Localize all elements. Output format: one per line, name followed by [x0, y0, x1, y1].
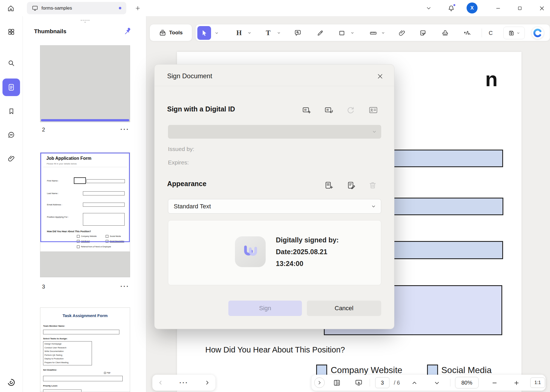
next-page-button[interactable] — [432, 378, 442, 388]
thumbnail-page-4[interactable]: Task Assignment Form Team Member Name: S… — [40, 307, 130, 392]
zoom-in-button[interactable] — [512, 378, 521, 388]
sidebar-item-apps[interactable] — [6, 26, 17, 37]
text-tool[interactable]: T — [262, 27, 274, 39]
document-question: How Did You Hear About This Position? — [205, 345, 345, 354]
thumbnail-page-2[interactable] — [40, 45, 130, 122]
zoom-out-button[interactable] — [490, 378, 500, 388]
mini-field-label: Position Applying For : — [47, 216, 69, 218]
edit-appearance-button[interactable] — [346, 180, 357, 191]
notification-dot — [453, 4, 455, 6]
text-tool-dropdown[interactable] — [276, 29, 282, 37]
select-tool-dropdown[interactable] — [213, 29, 220, 37]
svg-text:ID: ID — [327, 108, 329, 111]
comment-tool[interactable] — [292, 27, 304, 39]
sign-button[interactable]: Sign — [228, 301, 302, 316]
heading-tool-dropdown[interactable] — [246, 29, 253, 37]
create-appearance-button[interactable] — [323, 180, 334, 191]
mini-option: Referral from a Friend or Employee — [81, 246, 111, 248]
brand-logo-icon — [7, 378, 15, 387]
ai-logo-icon — [532, 28, 543, 38]
sidebar-item-comments[interactable] — [6, 129, 17, 140]
sticker-icon — [419, 29, 427, 37]
actual-size-button[interactable]: 1:1 — [530, 377, 545, 388]
signature-tool[interactable] — [461, 27, 473, 39]
ruler-icon — [369, 29, 377, 37]
document-checkbox[interactable] — [316, 365, 327, 376]
zoom-level-input[interactable]: 80% — [455, 377, 479, 388]
partial-tool-label[interactable]: C — [487, 28, 495, 38]
trash-icon — [368, 181, 377, 190]
delete-appearance-button[interactable] — [367, 180, 378, 191]
new-tab-button[interactable] — [133, 4, 142, 13]
sidebar-item-bookmarks[interactable] — [6, 106, 17, 117]
mini-field-box — [43, 376, 123, 381]
cancel-button[interactable]: Cancel — [307, 301, 381, 316]
close-window-button[interactable] — [537, 4, 547, 13]
thumbnail-page-2-menu[interactable]: ··· — [119, 125, 130, 133]
sidebar-item-thumbnails[interactable] — [2, 79, 20, 96]
minimize-button[interactable] — [493, 4, 503, 13]
svg-text:ID: ID — [304, 108, 307, 111]
shape-tool[interactable] — [336, 27, 348, 39]
chevron-right-icon — [204, 380, 210, 385]
back-button[interactable] — [156, 378, 165, 388]
presentation-mode-button[interactable] — [354, 378, 364, 388]
ai-assistant-button[interactable] — [532, 27, 544, 39]
sidebar-item-search[interactable] — [6, 58, 17, 69]
document-checkbox[interactable] — [427, 365, 438, 376]
refresh-ids-button[interactable] — [345, 105, 356, 116]
measure-tool[interactable] — [367, 27, 379, 39]
chevron-down-icon — [350, 31, 354, 35]
add-digital-id-button[interactable]: ID — [301, 105, 312, 116]
expand-panel-button[interactable] — [314, 377, 325, 388]
titlebar: forms-samples X — [0, 0, 550, 16]
import-digital-id-button[interactable]: ID — [323, 105, 334, 116]
thumbnail-page-3-menu[interactable]: ··· — [119, 282, 130, 290]
sidebar-brand-button[interactable] — [6, 377, 17, 388]
mini-form-title: Job Application Form — [46, 156, 91, 161]
attachment-tool[interactable] — [396, 27, 408, 39]
more-actions-button[interactable]: ··· — [178, 378, 190, 388]
pen-tool[interactable] — [314, 27, 326, 39]
comment-icon — [7, 131, 15, 139]
stamp-tool[interactable] — [439, 27, 451, 39]
comment-search-icon — [294, 29, 302, 37]
measure-tool-dropdown[interactable] — [380, 29, 386, 37]
maximize-button[interactable] — [515, 4, 525, 13]
dialog-close-button[interactable] — [375, 71, 385, 82]
page-icon — [7, 83, 15, 91]
home-button[interactable] — [5, 3, 16, 13]
dialog-header-divider — [155, 86, 394, 86]
forward-button[interactable] — [202, 378, 212, 388]
mini-field-box — [83, 213, 125, 226]
appearance-select[interactable]: Standard Text — [168, 199, 381, 214]
mini-task-label: Team Member Name: — [43, 325, 65, 327]
pin-panel-button[interactable] — [122, 26, 132, 36]
panel-drag-handle[interactable] — [80, 19, 90, 23]
appearance-add-icon — [324, 181, 333, 190]
digital-id-select[interactable] — [168, 125, 381, 139]
previous-page-button[interactable] — [409, 378, 419, 388]
thumbnail-page-3[interactable]: Job Application Form Please fill in your… — [40, 152, 130, 252]
document-checkbox-label: Social Media — [441, 365, 492, 375]
shape-tool-dropdown[interactable] — [349, 29, 356, 37]
mini-option: Email Newsletter — [110, 240, 124, 242]
tools-pill[interactable]: Tools — [150, 24, 192, 41]
save-tool[interactable] — [503, 27, 525, 39]
mini-checkbox — [77, 245, 80, 248]
heading-tool[interactable]: H — [233, 27, 245, 39]
page-number-input[interactable]: 3 — [375, 377, 389, 388]
signature-preview-text: Digitally signed by: Date:2025.08.21 13:… — [276, 234, 339, 270]
toolbar-collapse-button[interactable] — [424, 4, 433, 13]
sidebar-item-attachments[interactable] — [6, 153, 17, 164]
mini-field-label: Email Address : — [47, 203, 62, 206]
avatar[interactable]: X — [467, 2, 478, 13]
select-tool[interactable] — [197, 26, 211, 40]
notifications-button[interactable] — [446, 3, 456, 13]
view-id-details-button[interactable] — [368, 105, 379, 116]
sticker-tool[interactable] — [417, 27, 429, 39]
signature-preview: Digitally signed by: Date:2025.08.21 13:… — [168, 220, 381, 285]
page-layout-button[interactable] — [332, 378, 342, 388]
text-glyph: T — [266, 29, 271, 37]
document-tab[interactable]: forms-samples — [27, 2, 126, 14]
